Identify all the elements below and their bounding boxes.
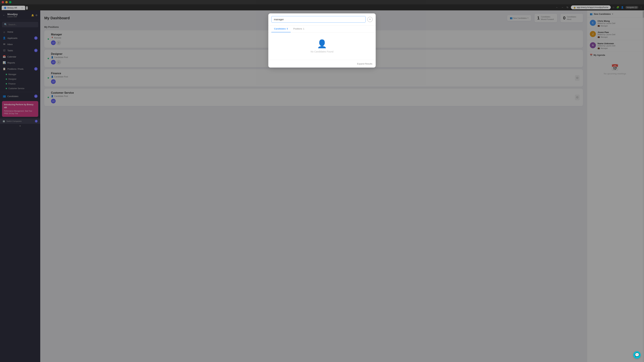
chat-bubble[interactable]: 💬 bbox=[633, 351, 641, 359]
chat-icon: 💬 bbox=[635, 353, 639, 357]
no-candidates-text: No Candidates Found bbox=[272, 50, 372, 53]
modal-tabs: Candidates 0 Positions 1 bbox=[268, 25, 376, 32]
candidates-tab-label: Candidates bbox=[274, 27, 286, 30]
modal-tab-positions[interactable]: Positions 1 bbox=[291, 25, 307, 32]
positions-tab-count: 1 bbox=[303, 28, 304, 30]
modal-overlay[interactable]: × Candidates 0 Positions 1 👤 No Candidat… bbox=[0, 0, 644, 362]
modal-search-row: × bbox=[268, 13, 376, 25]
expand-results-btn[interactable]: Expand Results bbox=[357, 62, 372, 65]
modal-footer: Expand Results bbox=[268, 60, 376, 67]
positions-tab-label: Positions bbox=[293, 27, 302, 30]
candidates-tab-count: 0 bbox=[287, 28, 288, 30]
no-candidates-icon: 👤 bbox=[272, 39, 372, 49]
search-modal: × Candidates 0 Positions 1 👤 No Candidat… bbox=[268, 13, 376, 67]
modal-tab-candidates[interactable]: Candidates 0 bbox=[271, 25, 291, 32]
modal-close-btn[interactable]: × bbox=[367, 17, 373, 22]
modal-body: 👤 No Candidates Found bbox=[268, 32, 376, 60]
modal-search-input[interactable] bbox=[271, 16, 366, 23]
